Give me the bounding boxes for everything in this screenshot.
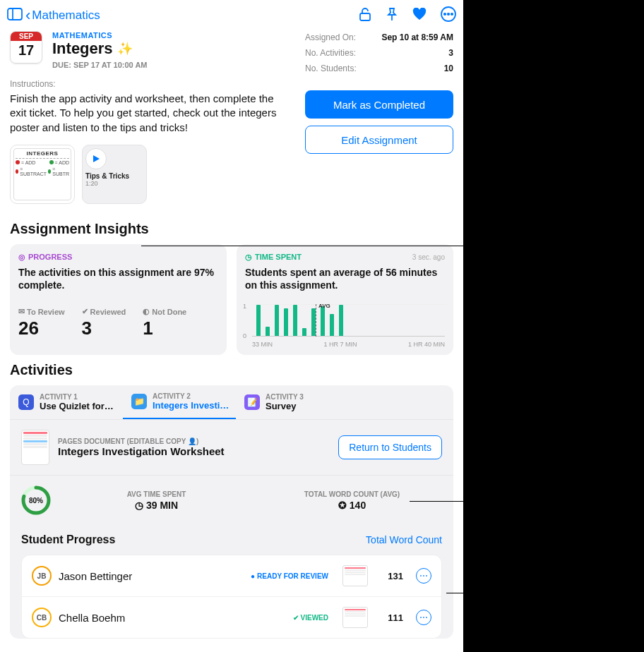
clock-icon: ◷ [135,500,143,511]
student-avatar: JB [32,566,52,586]
student-more-button[interactable]: ⋯ [416,568,431,584]
activities-heading: Activities [0,355,463,385]
svg-rect-0 [8,8,22,20]
student-status: ✔VIEWED [293,614,328,622]
student-name: Chella Boehm [59,612,125,624]
more-icon[interactable] [441,6,456,25]
target-icon: ◎ [18,253,25,262]
due-day: 17 [18,42,34,59]
activity-icon: 📁 [131,394,147,409]
svg-rect-2 [360,13,370,20]
return-to-students-button[interactable]: Return to Students [338,435,442,459]
back-button[interactable]: ‹ Mathematics [25,8,100,23]
activity-tab-2[interactable]: 📁ACTIVITY 2Integers Investi… [123,385,236,419]
time-spent-chart: 1 0 AVG 33 MIN 1 HR 7 MIN 1 HR 40 MIN [245,304,445,346]
sort-button[interactable]: Total Word Count [366,534,442,545]
progress-card: ◎PROGRESS The activities on this assignm… [10,244,227,355]
pin-icon[interactable] [386,7,398,24]
due-month: SEP [11,32,42,41]
student-avatar: CB [32,608,52,627]
activity-icon: 📝 [244,394,260,410]
edit-assignment-button[interactable]: Edit Assignment [305,126,453,154]
student-progress-heading: Student Progress [21,533,115,546]
attachment-poster[interactable]: INTEGERS = ADD= ADD = SUBTRACT= SUBTR [10,145,75,204]
play-icon [85,148,107,169]
svg-point-7 [451,13,453,15]
due-date-card: SEP 17 [10,31,42,64]
activity-tab-3[interactable]: 📝ACTIVITY 3Survey [236,385,349,419]
student-work-thumbnail[interactable] [342,565,368,586]
student-name: Jason Bettinger [59,570,132,582]
document-type: PAGES DOCUMENT (EDITABLE COPY 👤) [58,437,225,445]
back-label: Mathematics [32,8,100,23]
student-more-button[interactable]: ⋯ [416,610,431,625]
completion-ring: 80% [21,485,51,515]
instructions-text: Finish the app activity and worksheet, t… [0,92,297,135]
document-title: Integers Investigation Worksheet [58,445,225,457]
badge-icon: ✪ [338,500,347,511]
time-spent-card: ◷TIME SPENT3 sec. ago Students spent an … [237,244,453,355]
sparkles-icon: ✨ [117,41,133,56]
student-row[interactable]: CB Chella Boehm ✔VIEWED 111 ⋯ [22,597,441,638]
check-circle-icon: ✔ [82,307,88,316]
lock-open-icon[interactable] [359,7,371,24]
svg-point-6 [448,13,449,15]
insights-heading: Assignment Insights [0,214,463,244]
assignment-meta: Assigned On:Sep 10 at 8:59 AM No. Activi… [305,30,453,76]
half-circle-icon: ◐ [143,307,150,316]
activity-tab-1[interactable]: QACTIVITY 1Use Quizlet for… [10,385,123,419]
subject-label: MATHEMATICS [52,31,148,40]
activity-icon: Q [18,394,34,410]
attachment-video[interactable]: Tips & Tricks 1:20 [82,145,147,204]
svg-point-5 [444,13,446,15]
sidebar-toggle-icon[interactable] [7,8,23,23]
chevron-left-icon: ‹ [25,8,30,23]
inbox-icon: ✉ [18,307,25,316]
mark-completed-button[interactable]: Mark as Completed [305,90,453,119]
student-row[interactable]: JB Jason Bettinger ●READY FOR REVIEW 131… [22,555,441,597]
student-word-count: 111 [382,612,403,623]
assignment-title: Integers✨ [52,40,148,58]
due-text: DUE: SEP 17 AT 10:00 AM [52,61,148,69]
student-word-count: 131 [382,571,403,581]
heart-icon[interactable] [412,8,427,23]
clock-icon: ◷ [245,253,252,262]
student-work-thumbnail[interactable] [342,607,368,628]
student-status: ●READY FOR REVIEW [251,572,328,580]
document-thumbnail[interactable] [21,430,49,465]
